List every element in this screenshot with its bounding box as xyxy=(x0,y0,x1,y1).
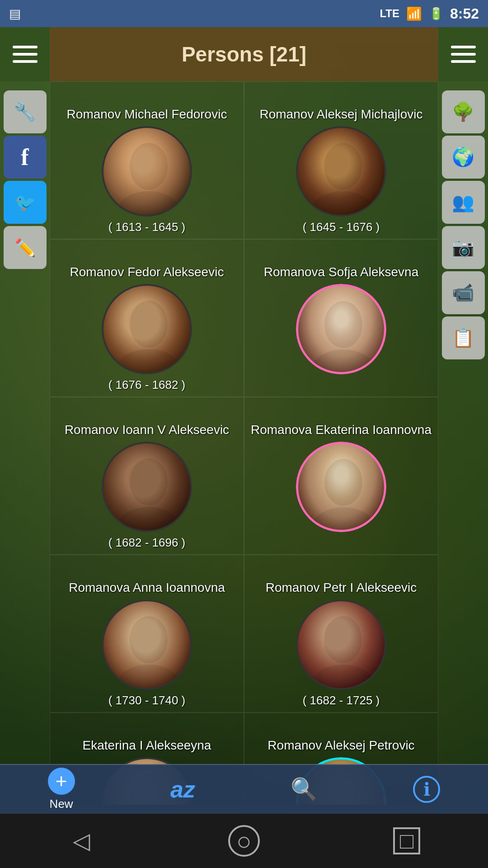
sidebar-btn-notes[interactable]: 📋 xyxy=(442,316,485,359)
back-icon: ◁ xyxy=(73,828,90,854)
sort-icon: az xyxy=(170,776,195,803)
sidebar-btn-tools[interactable]: 🔧 xyxy=(4,90,47,133)
new-icon: + xyxy=(48,768,75,795)
avatar xyxy=(102,284,192,374)
sidebar-btn-people[interactable]: 👥 xyxy=(442,181,485,224)
left-menu-button[interactable] xyxy=(0,27,50,81)
signal-icon: 📶 xyxy=(406,6,422,21)
person-dates: ( 1682 - 1725 ) xyxy=(303,693,380,708)
person-name: Ekaterina I Alekseeyna xyxy=(83,721,211,753)
avatar-circle xyxy=(102,442,192,532)
recent-button[interactable]: □ xyxy=(380,814,434,868)
sidebar-btn-video[interactable]: 📹 xyxy=(442,271,485,314)
right-sidebar: 🌳 🌍 👥 📷 📹 📋 xyxy=(438,27,488,841)
person-name: Romanova Ekaterina Ioannovna xyxy=(251,406,432,437)
svg-point-15 xyxy=(311,665,375,690)
svg-point-5 xyxy=(117,349,180,374)
person-name: Romanova Sofja Aleksevna xyxy=(264,248,418,279)
person-card-aleksej-m[interactable]: Romanov Aleksej Michajlovic( 1645 - 1676… xyxy=(244,81,438,239)
avatar xyxy=(102,442,192,532)
notification-icon: ▤ xyxy=(9,6,21,21)
svg-point-1 xyxy=(117,191,180,217)
plus-icon: + xyxy=(56,770,67,793)
hamburger-line xyxy=(13,53,38,56)
sidebar-btn-edit[interactable]: ✏️ xyxy=(4,226,47,269)
new-button[interactable]: + New xyxy=(48,768,75,811)
avatar xyxy=(102,126,192,217)
sidebar-btn-globe[interactable]: 🌍 xyxy=(442,136,485,179)
right-menu-button[interactable] xyxy=(438,27,488,81)
search-button[interactable]: 🔍 xyxy=(291,777,318,802)
svg-point-9 xyxy=(117,507,180,532)
svg-point-0 xyxy=(130,143,168,190)
info-icon: ℹ xyxy=(413,776,440,803)
hamburger-icon-right xyxy=(451,46,476,63)
person-card-michail[interactable]: Romanov Michael Fedorovic( 1613 - 1645 ) xyxy=(50,81,244,239)
svg-point-7 xyxy=(312,349,375,374)
person-card-petr-i[interactable]: Romanov Petr I Alekseevic( 1682 - 1725 ) xyxy=(244,555,438,712)
person-name: Romanov Aleksej Petrovic xyxy=(267,721,414,753)
sidebar-btn-camera[interactable]: 📷 xyxy=(442,226,485,269)
sidebar-btn-tree[interactable]: 🌳 xyxy=(442,90,485,133)
svg-point-13 xyxy=(117,665,180,690)
person-dates: ( 1682 - 1696 ) xyxy=(108,536,186,550)
hamburger-icon-left xyxy=(13,46,38,63)
page-title: Persons [21] xyxy=(182,42,306,66)
svg-point-4 xyxy=(130,301,168,348)
hamburger-line xyxy=(451,53,476,56)
avatar xyxy=(296,284,386,374)
page-header: Persons [21] xyxy=(50,27,438,81)
person-dates: ( 1613 - 1645 ) xyxy=(108,220,186,234)
bottom-toolbar: + New az 🔍 ℹ xyxy=(0,764,488,814)
status-bar: ▤ LTE 📶 🔋 8:52 xyxy=(0,0,488,27)
hamburger-line xyxy=(451,60,476,63)
recent-icon: □ xyxy=(393,827,420,854)
search-icon: 🔍 xyxy=(291,777,318,802)
person-dates: ( 1676 - 1682 ) xyxy=(108,378,186,392)
home-button[interactable]: ○ xyxy=(217,814,271,868)
navigation-bar: ◁ ○ □ xyxy=(0,814,488,868)
avatar xyxy=(296,126,386,217)
info-button[interactable]: ℹ xyxy=(413,776,440,803)
status-time: 8:52 xyxy=(450,5,479,22)
hamburger-line xyxy=(13,46,38,48)
persons-grid: Romanov Michael Fedorovic( 1613 - 1645 )… xyxy=(50,81,438,805)
svg-point-10 xyxy=(324,459,362,506)
sidebar-btn-facebook[interactable]: f xyxy=(4,136,47,179)
avatar-circle xyxy=(102,599,192,690)
person-card-fedor[interactable]: Romanov Fedor Alekseevic( 1676 - 1682 ) xyxy=(50,239,244,397)
new-label: New xyxy=(50,797,73,811)
person-name: Romanov Aleksej Michajlovic xyxy=(259,90,422,122)
lte-indicator: LTE xyxy=(380,7,399,20)
sort-button[interactable]: az xyxy=(170,776,195,803)
back-button[interactable]: ◁ xyxy=(54,814,108,868)
battery-icon: 🔋 xyxy=(429,7,443,21)
avatar-circle xyxy=(102,126,192,217)
svg-point-14 xyxy=(324,616,362,663)
person-card-ioann[interactable]: Romanov Ioann V Alekseevic( 1682 - 1696 … xyxy=(50,397,244,555)
person-name: Romanova Anna Ioannovna xyxy=(69,563,225,595)
person-name: Romanov Michael Fedorovic xyxy=(67,90,227,122)
svg-point-12 xyxy=(130,616,168,663)
left-sidebar: 🔧 f 🐦 ✏️ xyxy=(0,27,50,841)
person-name: Romanov Fedor Alekseevic xyxy=(70,248,224,279)
avatar-circle xyxy=(296,126,386,217)
sidebar-btn-twitter[interactable]: 🐦 xyxy=(4,181,47,224)
avatar xyxy=(296,599,386,690)
avatar-circle xyxy=(102,284,192,374)
svg-point-6 xyxy=(324,301,362,348)
avatar xyxy=(296,442,386,532)
person-card-anna-i[interactable]: Romanova Anna Ioannovna( 1730 - 1740 ) xyxy=(50,555,244,712)
avatar-circle xyxy=(296,284,386,374)
svg-point-3 xyxy=(311,191,375,217)
svg-point-2 xyxy=(324,143,362,190)
status-right: LTE 📶 🔋 8:52 xyxy=(380,5,479,22)
hamburger-line xyxy=(451,46,476,48)
person-card-ekaterina-i[interactable]: Romanova Ekaterina Ioannovna xyxy=(244,397,438,555)
avatar-circle xyxy=(296,442,386,532)
person-card-sofja[interactable]: Romanova Sofja Aleksevna xyxy=(244,239,438,397)
svg-point-8 xyxy=(130,458,168,505)
person-name: Romanov Ioann V Alekseevic xyxy=(65,406,229,437)
status-left: ▤ xyxy=(9,6,21,21)
avatar xyxy=(102,599,192,690)
